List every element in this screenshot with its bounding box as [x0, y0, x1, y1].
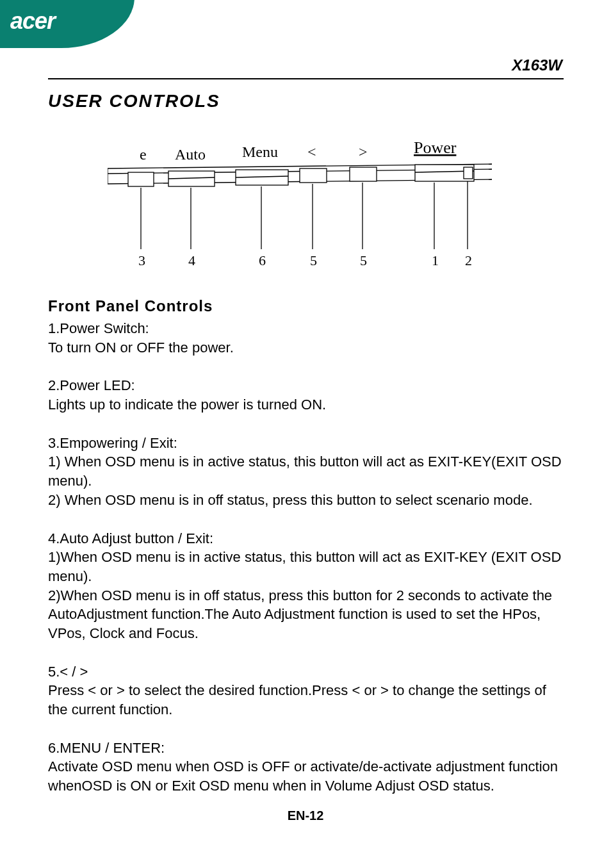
header-rule	[48, 78, 564, 79]
page-content: X163W USER CONTROLS e Auto Menu < > Powe…	[48, 56, 564, 815]
item-1-title: 1.Power Switch:	[48, 319, 564, 338]
item-4-body: 1)When OSD menu is in active status, thi…	[48, 548, 564, 643]
item-5: 5.< / > Press < or > to select the desir…	[48, 662, 564, 719]
item-1-body: To turn ON or OFF the power.	[48, 338, 564, 357]
diagram-num-2: 2	[465, 252, 472, 268]
item-5-body: Press < or > to select the desired funct…	[48, 681, 564, 719]
control-panel-diagram: e Auto Menu < > Power	[108, 134, 505, 272]
subheading-front-panel: Front Panel Controls	[48, 297, 564, 315]
diagram-label-menu: Menu	[242, 143, 278, 160]
diagram-leaders	[141, 181, 468, 249]
item-2-title: 2.Power LED:	[48, 376, 564, 395]
svg-rect-0	[128, 172, 154, 186]
diagram-num-5b: 5	[360, 252, 367, 268]
svg-rect-3	[300, 168, 327, 183]
diagram-label-e: e	[140, 146, 147, 163]
diagram-num-3: 3	[138, 252, 145, 268]
item-5-title: 5.< / >	[48, 662, 564, 682]
item-1: 1.Power Switch: To turn ON or OFF the po…	[48, 319, 564, 357]
diagram-num-5a: 5	[310, 252, 317, 268]
page-number: EN-12	[0, 808, 611, 823]
item-6-body: Activate OSD menu when OSD is OFF or act…	[48, 757, 564, 795]
diagram-label-auto: Auto	[175, 146, 206, 163]
item-6: 6.MENU / ENTER: Activate OSD menu when O…	[48, 739, 564, 796]
svg-rect-4	[350, 167, 377, 181]
svg-rect-10	[464, 167, 473, 179]
diagram-label-lt: <	[307, 143, 316, 160]
item-4-title: 4.Auto Adjust button / Exit:	[48, 529, 564, 548]
brand-corner: acer	[0, 0, 128, 45]
body-text: 1.Power Switch: To turn ON or OFF the po…	[48, 319, 564, 796]
item-4: 4.Auto Adjust button / Exit: 1)When OSD …	[48, 529, 564, 643]
diagram-label-gt: >	[359, 143, 368, 160]
item-3-title: 3.Empowering / Exit:	[48, 434, 564, 453]
diagram-label-power: Power	[414, 138, 457, 157]
diagram-num-4: 4	[188, 252, 195, 268]
diagram-num-6: 6	[259, 252, 266, 268]
model-number: X163W	[48, 56, 564, 74]
item-6-title: 6.MENU / ENTER:	[48, 739, 564, 758]
item-2-body: Lights up to indicate the power is turne…	[48, 395, 564, 414]
section-title: USER CONTROLS	[48, 91, 564, 111]
item-2: 2.Power LED: Lights up to indicate the p…	[48, 376, 564, 414]
item-3: 3.Empowering / Exit: 1) When OSD menu is…	[48, 434, 564, 510]
diagram-num-1: 1	[432, 252, 439, 268]
brand-logo: acer	[10, 8, 55, 35]
item-3-body: 1) When OSD menu is in active status, th…	[48, 452, 564, 509]
